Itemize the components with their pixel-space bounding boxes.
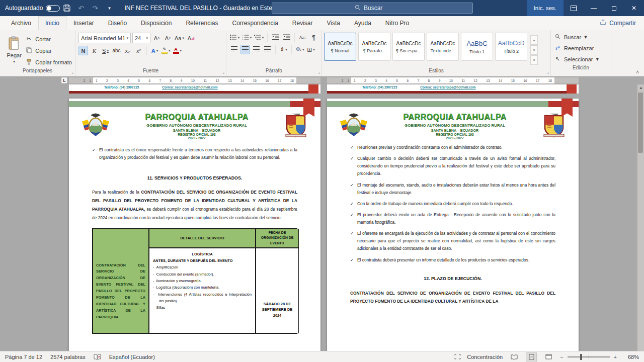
justify-button[interactable] (263, 45, 272, 54)
focus-icon[interactable] (454, 354, 461, 359)
format-painter-button[interactable]: Copiar formato (25, 57, 72, 67)
autosave-toggle[interactable]: Autoguardado (5, 5, 60, 12)
styles-scroll-up-icon[interactable]: ▲ (530, 35, 538, 45)
numbering-button[interactable]: 123 ▾ (242, 33, 252, 42)
zoom-out-button[interactable]: − (560, 354, 563, 360)
paste-button[interactable]: Pegar ▾ (3, 33, 25, 67)
text-effects-button[interactable]: A▾ (150, 46, 159, 55)
undo-icon[interactable]: ↶ (74, 0, 88, 16)
tab-diseno[interactable]: Diseño (101, 16, 134, 30)
highlight-color-button[interactable]: ✎ ▾ (161, 46, 171, 55)
grow-font-button[interactable]: A˄ (152, 33, 162, 43)
style-titulo-1[interactable]: AaBbC Título 1 (461, 33, 493, 61)
tab-referencias[interactable]: Referencias (179, 16, 225, 30)
copy-button[interactable]: Copiar (25, 46, 72, 55)
language-indicator[interactable]: Español (Ecuador) (109, 354, 155, 360)
select-button[interactable]: ↖ Seleccionar ▾ (554, 54, 608, 64)
align-center-button[interactable] (240, 45, 250, 54)
tab-insertar[interactable]: Insertar (66, 16, 101, 30)
document-title[interactable]: INF NEC FESTIVAL DEL PASILLO - Guardado … (124, 5, 288, 12)
web-layout-button[interactable] (543, 352, 554, 361)
decrease-indent-button[interactable] (271, 33, 280, 42)
redo-icon[interactable]: ↷ (88, 0, 102, 16)
ribbon-display-options-icon[interactable] (564, 0, 584, 16)
header-line4: 2023 - 2027 (111, 136, 282, 140)
replace-button[interactable]: ⇄ Reemplazar (554, 43, 608, 53)
dialog-launcher-icon[interactable]: ⌟ (547, 70, 549, 74)
tab-vista[interactable]: Vista (320, 16, 347, 30)
read-mode-button[interactable] (509, 352, 520, 361)
find-button[interactable]: Buscar ▾ (554, 32, 608, 42)
tab-nitro-pro[interactable]: Nitro Pro (378, 16, 416, 30)
borders-button[interactable]: ⊞▾ (306, 45, 316, 54)
italic-button[interactable]: K (90, 46, 99, 55)
dialog-launcher-icon[interactable]: ⌟ (222, 70, 224, 74)
sort-button[interactable]: AZ↓ (298, 33, 307, 42)
strikethrough-button[interactable]: abc (112, 46, 121, 55)
tab-stop-selector[interactable]: L (61, 77, 68, 84)
zoom-slider[interactable] (568, 356, 610, 357)
font-size-combo[interactable]: 24 ▾ (132, 33, 150, 43)
ruler-right-page[interactable]: 21 123456789101112131415161718 (327, 77, 579, 83)
ruler-left-page[interactable]: 21 123456789101112131415161718 (69, 77, 320, 83)
dialog-launcher-icon[interactable]: ⌟ (318, 70, 320, 74)
styles-scroll-down-icon[interactable]: ▼ (530, 45, 538, 55)
underline-button[interactable]: S▾ (101, 46, 110, 55)
show-hide-marks-button[interactable]: ¶ (309, 33, 318, 42)
tab-correspondencia[interactable]: Correspondencia (225, 16, 285, 30)
minimize-button[interactable]: — (584, 0, 604, 16)
multilevel-list-button[interactable]: ▾ (254, 33, 264, 42)
maximize-button[interactable] (604, 0, 624, 16)
collapse-ribbon-icon[interactable]: ˄ (636, 69, 639, 75)
tab-archivo[interactable]: Archivo (4, 16, 38, 30)
subscript-button[interactable]: x₂ (123, 46, 132, 55)
scroll-up-icon[interactable]: ▲ (639, 85, 643, 90)
style-sin-espaciado[interactable]: AaBbCcDc ¶ Sin espa... (392, 33, 425, 61)
line-spacing-button[interactable]: ⇕▾ (279, 45, 288, 54)
cut-button[interactable]: ✂ Cortar (25, 34, 72, 44)
zoom-percentage[interactable]: 68% (623, 354, 639, 360)
proofing-errors-icon[interactable] (94, 354, 101, 360)
tab-revisar[interactable]: Revisar (285, 16, 320, 30)
search-input[interactable] (364, 5, 390, 12)
styles-more-icon[interactable]: ▼ (530, 55, 538, 65)
page-indicator[interactable]: Página 7 de 12 (5, 354, 42, 360)
save-icon[interactable] (60, 0, 74, 16)
zoom-in-button[interactable]: + (614, 354, 617, 360)
page-8[interactable]: PARROQUIA ATAHUALPA GOBIERNO AUTÓNOMO DE… (327, 99, 579, 351)
word-count[interactable]: 2574 palabras (50, 354, 86, 360)
change-case-button[interactable]: Aa▾ (174, 33, 185, 43)
page-7[interactable]: PARROQUIA ATAHUALPA GOBIERNO AUTÓNOMO DE… (69, 99, 320, 351)
style-texto-independiente[interactable]: AaBbCcDc Texto inde... (427, 33, 459, 61)
align-left-button[interactable] (229, 45, 239, 54)
tab-inicio[interactable]: Inicio (38, 16, 66, 30)
clear-formatting-button[interactable]: A◢ (186, 33, 196, 43)
sign-in-button[interactable]: Inic. ses. (527, 0, 564, 16)
style-normal[interactable]: AaBbCcDc ¶ Normal (324, 33, 356, 61)
scrollbar-thumb[interactable] (638, 93, 643, 153)
shrink-font-button[interactable]: A˅ (163, 33, 173, 43)
style-titulo-2[interactable]: AaBbCcD Título 2 (495, 33, 527, 61)
zoom-slider-thumb[interactable] (580, 354, 582, 360)
style-parrafo[interactable]: AaBbCcDc ¶ Párrafo... (358, 33, 390, 61)
dialog-launcher-icon[interactable]: ⌟ (71, 70, 73, 74)
shading-button[interactable]: ▾ (295, 45, 305, 54)
share-button[interactable]: Compartir (600, 16, 636, 30)
document-canvas[interactable]: Teléfono: (04) 2907215 Correo: secretari… (0, 84, 644, 351)
increase-indent-button[interactable] (282, 33, 291, 42)
tab-ayuda[interactable]: Ayuda (347, 16, 378, 30)
superscript-button[interactable]: x² (134, 46, 143, 55)
customize-quick-access-icon[interactable]: ▾ (102, 0, 116, 16)
font-name-combo[interactable]: Arial Rounded M1 ▾ (78, 33, 131, 43)
align-right-button[interactable] (252, 45, 261, 54)
bullets-button[interactable]: ▾ (229, 33, 240, 42)
vertical-scrollbar[interactable]: ▲ (637, 84, 644, 351)
search-box[interactable] (272, 3, 473, 14)
autosave-switch-icon[interactable] (46, 5, 60, 12)
bold-button[interactable]: N (78, 46, 88, 55)
close-button[interactable]: ✕ (624, 0, 644, 16)
focus-label[interactable]: Concentración (467, 354, 503, 360)
tab-disposicion[interactable]: Disposición (134, 16, 179, 30)
font-color-button[interactable]: A ▾ (173, 46, 183, 55)
print-layout-button[interactable] (526, 352, 537, 361)
